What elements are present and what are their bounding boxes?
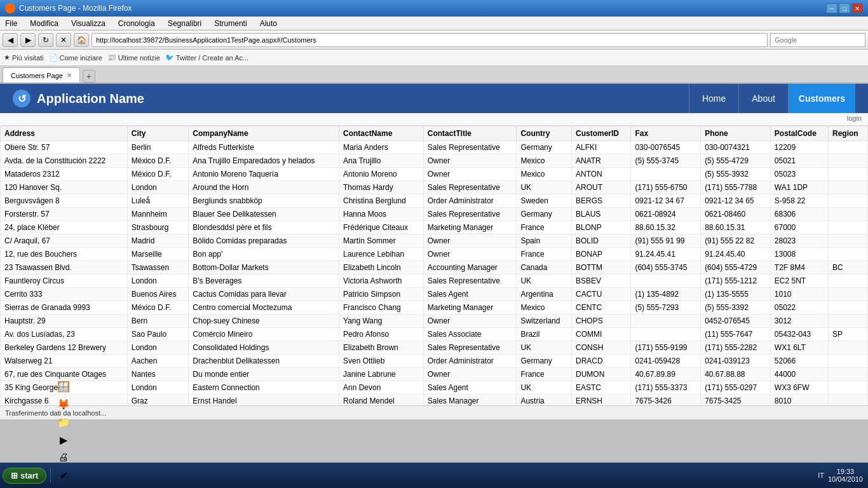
close-button[interactable]: ✕ xyxy=(851,3,863,13)
cell-country-5: Germany xyxy=(517,208,572,221)
cell-address-10: Fauntleroy Circus xyxy=(1,274,128,288)
table-row[interactable]: 24, place KléberStrasbourgBlondesddsl pè… xyxy=(1,221,868,234)
table-scroll-area[interactable]: AddressCityCompanyNameContactNameContact… xyxy=(0,126,868,405)
cell-city-10: London xyxy=(127,274,189,288)
menu-item-aiuto[interactable]: Aiuto xyxy=(257,18,280,29)
menu-item-cronologia[interactable]: Cronologia xyxy=(116,18,158,29)
table-row[interactable]: Cerrito 333Buenos AiresCactus Comidas pa… xyxy=(1,288,868,301)
cell-phone-5: 0621-08460 xyxy=(701,208,771,221)
bookmark-come-iniziare[interactable]: 📄 Come iniziare xyxy=(49,53,102,62)
bookmark-piu-visitati[interactable]: ★ Più visitati xyxy=(4,53,44,62)
cell-postalcode-2: 05023 xyxy=(770,168,828,181)
table-row[interactable]: Avda. de la Constitución 2222México D.F.… xyxy=(1,154,868,168)
tab-customers-page[interactable]: Customers Page ✕ xyxy=(3,67,80,83)
table-row[interactable]: Kirchgasse 6GrazErnst HandelRoland Mende… xyxy=(1,395,868,406)
forward-button[interactable]: ▶ xyxy=(20,33,36,47)
table-row[interactable]: Sierras de Granada 9993México D.F.Centro… xyxy=(1,301,868,315)
customers-table: AddressCityCompanyNameContactNameContact… xyxy=(0,126,868,405)
cell-companyname-10: B's Beverages xyxy=(189,274,339,288)
back-button[interactable]: ◀ xyxy=(3,33,18,47)
menu-item-strumenti[interactable]: Strumenti xyxy=(212,18,249,29)
cell-companyname-11: Cactus Comidas para llevar xyxy=(189,288,339,301)
cell-city-0: Berlin xyxy=(127,141,189,154)
menu-item-segnalibri[interactable]: Segnalibri xyxy=(165,18,204,29)
cell-phone-15: (171) 555-2282 xyxy=(701,341,771,355)
table-row[interactable]: Walserweg 21AachenDrachenblut Delikatess… xyxy=(1,355,868,368)
cell-country-6: France xyxy=(517,221,572,234)
cell-customerid-11: CACTU xyxy=(571,288,630,301)
menu-item-file[interactable]: File xyxy=(3,18,20,29)
cell-contactname-19: Roland Mendel xyxy=(339,395,424,406)
col-contactname: ContactName xyxy=(339,126,424,141)
cell-contactname-10: Victoria Ashworth xyxy=(339,274,424,288)
cell-companyname-19: Ernst Handel xyxy=(189,395,339,406)
table-row[interactable]: Obere Str. 57BerlinAlfreds FutterkisteMa… xyxy=(1,141,868,154)
menu-item-modifica[interactable]: Modifica xyxy=(27,18,61,29)
tab-close-button[interactable]: ✕ xyxy=(67,72,72,79)
cell-customerid-6: BLONP xyxy=(571,221,630,234)
cell-customerid-10: BSBEV xyxy=(571,274,630,288)
login-link[interactable]: login xyxy=(847,114,862,122)
table-row[interactable]: Hauptstr. 29BernChop-suey ChineseYang Wa… xyxy=(1,315,868,328)
cell-companyname-9: Bottom-Dollar Markets xyxy=(189,261,339,274)
nav-customers[interactable]: Customers xyxy=(789,84,855,113)
title-bar: Customers Page - Mozilla Firefox ─ □ ✕ xyxy=(0,0,868,17)
table-row[interactable]: Fauntleroy CircusLondonB's BeveragesVict… xyxy=(1,274,868,288)
col-phone: Phone xyxy=(701,126,771,141)
table-row[interactable]: Mataderos 2312México D.F.Antonio Moreno … xyxy=(1,168,868,181)
cell-region-3 xyxy=(828,181,867,194)
table-row[interactable]: 67, rue des Cinquante OtagesNantesDu mon… xyxy=(1,368,868,381)
minimize-button[interactable]: ─ xyxy=(826,3,837,13)
cell-companyname-0: Alfreds Futterkiste xyxy=(189,141,339,154)
home-button[interactable]: 🏠 xyxy=(74,33,89,47)
cell-postalcode-19: 8010 xyxy=(770,395,828,406)
cell-contacttitle-7: Owner xyxy=(423,234,517,248)
cell-region-17 xyxy=(828,368,867,381)
table-row[interactable]: C/ Araquil, 67MadridBólido Comidas prepa… xyxy=(1,234,868,248)
search-input[interactable] xyxy=(770,33,865,47)
maximize-button[interactable]: □ xyxy=(839,3,850,13)
bookmark-twitter[interactable]: 🐦 Twitter / Create an Ac... xyxy=(165,53,248,62)
cell-contactname-13: Yang Wang xyxy=(339,315,424,328)
reload-button[interactable]: ↻ xyxy=(38,33,53,47)
table-row[interactable]: Berguvsvägen 8LuleåBerglunds snabbköpChr… xyxy=(1,194,868,208)
stop-button[interactable]: ✕ xyxy=(56,33,71,47)
taskbar-app-icon-2[interactable]: 📁 xyxy=(55,413,72,419)
menu-item-visualizza[interactable]: Visualizza xyxy=(69,18,108,29)
cell-region-15 xyxy=(828,341,867,355)
cell-address-6: 24, place Kléber xyxy=(1,221,128,234)
cell-region-6 xyxy=(828,221,867,234)
taskbar-app-icon-1[interactable]: 🦊 xyxy=(55,395,72,413)
new-tab-button[interactable]: + xyxy=(83,70,95,83)
taskbar-app-icon-0[interactable]: 🪟 xyxy=(55,377,72,395)
table-row[interactable]: Berkeley Gardens 12 BreweryLondonConsoli… xyxy=(1,341,868,355)
table-row[interactable]: 12, rue des BouchersMarseilleBon app'Lau… xyxy=(1,248,868,261)
cell-companyname-7: Bólido Comidas preparadas xyxy=(189,234,339,248)
table-row[interactable]: 120 Hanover Sq.LondonAround the HornThom… xyxy=(1,181,868,194)
cell-customerid-15: CONSH xyxy=(571,341,630,355)
table-row[interactable]: Av. dos Lusíadas, 23Sao PauloComércio Mi… xyxy=(1,328,868,341)
cell-country-1: Mexico xyxy=(517,154,572,168)
cell-city-18: London xyxy=(127,381,189,395)
cell-address-4: Berguvsvägen 8 xyxy=(1,194,128,208)
cell-contacttitle-16: Order Administrator xyxy=(423,355,517,368)
cell-customerid-16: DRACD xyxy=(571,355,630,368)
cell-region-14: SP xyxy=(828,328,867,341)
nav-home[interactable]: Home xyxy=(689,84,739,113)
cell-postalcode-9: T2F 8M4 xyxy=(770,261,828,274)
cell-country-19: Austria xyxy=(517,395,572,406)
cell-phone-10: (171) 555-1212 xyxy=(701,274,771,288)
cell-region-16 xyxy=(828,355,867,368)
bookmark-ultime-notizie[interactable]: 📰 Ultime notizie xyxy=(107,53,160,62)
address-input[interactable] xyxy=(92,33,768,47)
cell-fax-7: (91) 555 91 99 xyxy=(631,234,701,248)
cell-postalcode-1: 05021 xyxy=(770,154,828,168)
table-row[interactable]: Forsterstr. 57MannheimBlauer See Delikat… xyxy=(1,208,868,221)
nav-about[interactable]: About xyxy=(739,84,789,113)
cell-companyname-2: Antonio Moreno Taquería xyxy=(189,168,339,181)
cell-postalcode-12: 05022 xyxy=(770,301,828,315)
cell-fax-10 xyxy=(631,274,701,288)
table-row[interactable]: 23 Tsawassen Blvd.TsawassenBottom-Dollar… xyxy=(1,261,868,274)
table-row[interactable]: 35 King GeorgeLondonEastern ConnectionAn… xyxy=(1,381,868,395)
cell-country-14: Brazil xyxy=(517,328,572,341)
